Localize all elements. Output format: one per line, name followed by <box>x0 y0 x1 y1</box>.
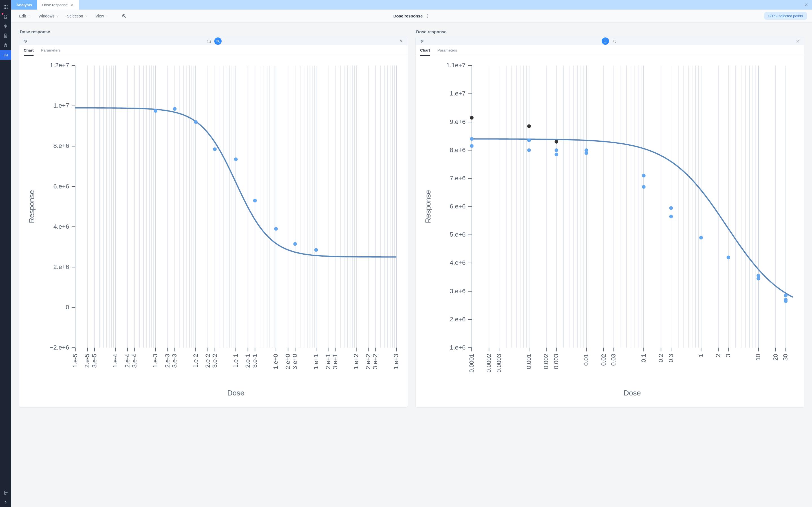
document-icon[interactable] <box>0 31 11 41</box>
svg-point-7 <box>5 8 6 9</box>
menu-windows[interactable]: Windows <box>36 12 62 20</box>
svg-text:6.e+6: 6.e+6 <box>53 183 69 190</box>
asterisk-icon[interactable] <box>0 21 11 31</box>
svg-point-290 <box>669 215 673 218</box>
expand-icon[interactable] <box>0 497 11 507</box>
svg-text:30: 30 <box>782 354 789 360</box>
logout-icon[interactable] <box>0 488 11 497</box>
svg-point-166 <box>421 40 422 41</box>
panel-close-icon[interactable] <box>398 38 405 45</box>
svg-text:1: 1 <box>697 354 704 357</box>
settings-icon[interactable] <box>418 38 426 45</box>
close-tab-icon[interactable]: ✕ <box>70 3 74 7</box>
svg-point-291 <box>699 236 703 239</box>
svg-text:2.e+6: 2.e+6 <box>450 316 465 323</box>
panel-close-icon[interactable] <box>794 38 801 45</box>
apps-icon[interactable] <box>0 2 11 12</box>
chart-area-1: 1.e+62.e+63.e+64.e+65.e+66.e+67.e+68.e+6… <box>416 56 804 407</box>
svg-text:4.e+6: 4.e+6 <box>53 223 69 230</box>
svg-point-5 <box>7 7 8 8</box>
selection-pill[interactable]: 0/162 selected points <box>764 12 807 20</box>
save-icon[interactable] <box>0 12 11 21</box>
chart-area-0: −2.e+602.e+64.e+66.e+68.e+61.e+71.2e+71.… <box>19 56 408 407</box>
svg-text:1.e+3: 1.e+3 <box>393 354 400 369</box>
svg-text:1.e-5: 1.e-5 <box>71 354 79 368</box>
svg-text:0: 0 <box>66 304 69 311</box>
zoom-in-icon[interactable] <box>120 12 128 20</box>
svg-text:0.2: 0.2 <box>657 354 664 362</box>
svg-point-167 <box>422 41 423 42</box>
svg-point-2 <box>7 5 8 6</box>
svg-text:0.002: 0.002 <box>543 354 550 369</box>
panel-tabs: Chart Parameters <box>416 45 804 56</box>
svg-point-12 <box>26 41 27 42</box>
window-close-icon[interactable] <box>801 0 812 10</box>
hand-icon[interactable] <box>0 41 11 50</box>
panel-wrap-0: Dose response Chart Parameters −2.e+602.… <box>19 27 408 407</box>
menu-selection[interactable]: Selection <box>64 12 91 20</box>
app-sidebar <box>0 0 11 507</box>
svg-point-164 <box>293 242 297 245</box>
tab-label: Dose response <box>42 3 68 7</box>
svg-point-292 <box>726 256 730 259</box>
settings-icon[interactable] <box>22 38 29 45</box>
svg-point-6 <box>4 8 4 9</box>
more-icon[interactable]: ⋮ <box>425 13 430 18</box>
svg-point-162 <box>253 199 257 203</box>
svg-text:1.e-3: 1.e-3 <box>152 354 159 368</box>
svg-text:0.01: 0.01 <box>582 354 590 365</box>
svg-text:2.e-1: 2.e-1 <box>244 354 251 368</box>
svg-point-160 <box>213 147 217 151</box>
zoom-tool-icon[interactable] <box>611 38 618 45</box>
page-title: Dose response ⋮ <box>393 13 430 18</box>
svg-point-282 <box>527 149 531 152</box>
menubar: Edit Windows Selection View Dose respons… <box>11 10 812 22</box>
svg-point-284 <box>555 153 558 156</box>
selection-tool-icon[interactable] <box>602 38 609 45</box>
tab-analysis[interactable]: Analysis <box>11 0 37 10</box>
svg-text:2: 2 <box>714 354 721 357</box>
svg-text:3.e-3: 3.e-3 <box>171 354 178 368</box>
svg-point-299 <box>527 124 531 128</box>
svg-text:6.e+6: 6.e+6 <box>450 203 465 210</box>
svg-text:1.e-4: 1.e-4 <box>112 354 119 368</box>
svg-point-288 <box>642 185 646 189</box>
zoom-tool-icon[interactable] <box>214 38 221 45</box>
menu-edit[interactable]: Edit <box>16 12 33 20</box>
panel-tab-parameters[interactable]: Parameters <box>437 48 457 56</box>
svg-point-294 <box>756 277 760 280</box>
panel-tab-chart[interactable]: Chart <box>420 48 430 56</box>
svg-text:0.03: 0.03 <box>610 354 617 365</box>
menu-view[interactable]: View <box>93 12 111 20</box>
svg-point-159 <box>194 120 198 124</box>
svg-text:2.e+1: 2.e+1 <box>324 354 332 369</box>
svg-text:1.e+2: 1.e+2 <box>352 354 359 369</box>
svg-text:3: 3 <box>725 354 732 357</box>
tab-dose-response[interactable]: Dose response ✕ <box>37 0 79 10</box>
svg-text:3.e+2: 3.e+2 <box>371 354 378 369</box>
panel-tabs: Chart Parameters <box>19 45 408 56</box>
svg-text:1.e+7: 1.e+7 <box>450 90 465 97</box>
svg-text:0.0001: 0.0001 <box>468 354 475 373</box>
svg-point-281 <box>527 138 531 142</box>
svg-point-1 <box>5 5 6 6</box>
selection-tool-icon[interactable] <box>205 38 213 45</box>
svg-text:1.e-1: 1.e-1 <box>232 354 239 368</box>
panel-tab-chart[interactable]: Chart <box>24 48 34 56</box>
svg-point-11 <box>24 40 26 41</box>
svg-point-8 <box>7 8 8 9</box>
panel-title: Dose response <box>416 29 804 34</box>
svg-text:0.02: 0.02 <box>600 354 607 365</box>
svg-text:9.e+6: 9.e+6 <box>450 118 465 125</box>
svg-point-158 <box>173 107 176 111</box>
svg-text:4.e+6: 4.e+6 <box>450 259 465 266</box>
svg-rect-9 <box>5 17 6 18</box>
svg-text:Response: Response <box>424 190 432 223</box>
svg-text:8.e+6: 8.e+6 <box>53 142 69 149</box>
panel-tab-parameters[interactable]: Parameters <box>41 48 61 56</box>
svg-text:1.2e+7: 1.2e+7 <box>50 62 69 69</box>
svg-text:0.1: 0.1 <box>640 354 647 362</box>
analysis-icon[interactable] <box>0 50 11 60</box>
svg-text:3.e-1: 3.e-1 <box>251 354 258 368</box>
svg-point-297 <box>784 299 788 303</box>
